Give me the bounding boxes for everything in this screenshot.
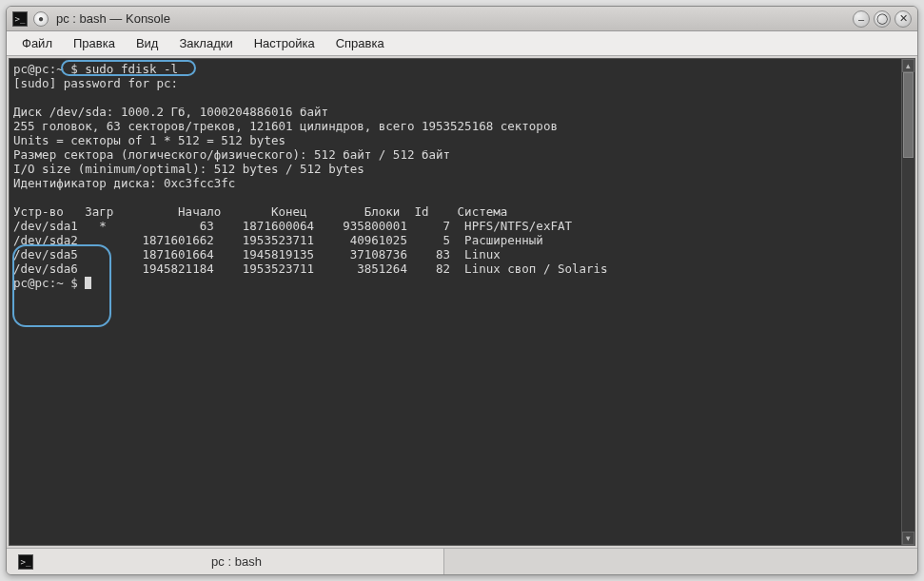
minimize-button[interactable]: – <box>853 10 870 28</box>
tab-label: pc : bash <box>41 554 432 569</box>
konsole-window: >_ ● pc : bash — Konsole – ◯ ✕ Файл Прав… <box>6 6 918 575</box>
menubar: Файл Правка Вид Закладки Настройка Справ… <box>7 31 917 56</box>
scroll-thumb[interactable] <box>903 72 914 158</box>
menu-bookmarks[interactable]: Закладки <box>169 33 242 53</box>
pin-icon[interactable]: ● <box>33 11 49 27</box>
scrollbar[interactable]: ▴ ▾ <box>901 59 914 545</box>
tabbar: >_ pc : bash <box>7 548 917 574</box>
menu-edit[interactable]: Правка <box>64 33 125 53</box>
scroll-up-icon[interactable]: ▴ <box>902 59 914 72</box>
maximize-button[interactable]: ◯ <box>874 10 891 28</box>
menu-settings[interactable]: Настройка <box>245 33 324 53</box>
tab-app-icon: >_ <box>18 554 33 570</box>
window-title: pc : bash — Konsole <box>56 11 170 26</box>
menu-help[interactable]: Справка <box>326 33 394 53</box>
tab-active[interactable]: >_ pc : bash <box>7 549 444 574</box>
cursor <box>85 277 91 289</box>
app-icon: >_ <box>12 11 28 27</box>
menu-view[interactable]: Вид <box>127 33 168 53</box>
scroll-down-icon[interactable]: ▾ <box>902 532 914 545</box>
menu-file[interactable]: Файл <box>12 33 62 53</box>
terminal-container: pc@pc:~ $ sudo fdisk -l [sudo] password … <box>9 58 915 546</box>
close-button[interactable]: ✕ <box>895 10 912 28</box>
titlebar[interactable]: >_ ● pc : bash — Konsole – ◯ ✕ <box>7 7 917 31</box>
terminal[interactable]: pc@pc:~ $ sudo fdisk -l [sudo] password … <box>10 59 901 545</box>
